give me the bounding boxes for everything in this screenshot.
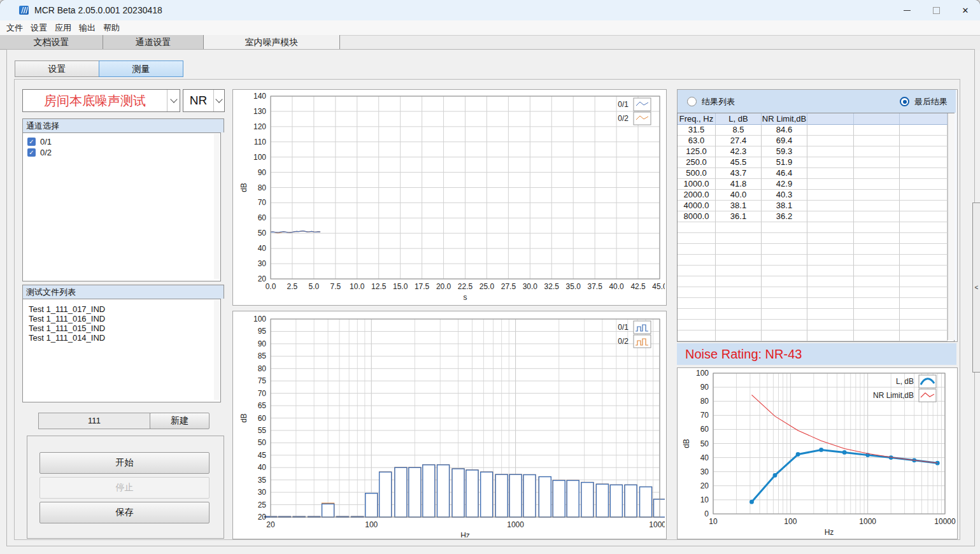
table-cell <box>854 341 900 342</box>
rating-dropdown-button[interactable] <box>213 90 224 111</box>
table-cell <box>678 222 716 233</box>
table-cell <box>716 255 762 266</box>
save-button[interactable]: 保存 <box>39 502 209 523</box>
channel-list-scrollbar[interactable] <box>214 134 220 279</box>
menu-output[interactable]: 输出 <box>78 22 97 34</box>
table-cell <box>807 157 854 168</box>
svg-text:30.0: 30.0 <box>523 282 538 291</box>
table-header-row: Freq., HzL, dBNR Limit,dB <box>678 113 954 125</box>
table-row[interactable]: 63.027.469.4 <box>678 136 954 146</box>
table-cell <box>762 233 807 244</box>
table-cell <box>678 330 716 341</box>
radio-result-list[interactable] <box>687 97 697 106</box>
svg-text:10000: 10000 <box>934 517 956 526</box>
table-cell: 38.1 <box>716 201 762 211</box>
table-cell: 38.1 <box>762 201 807 211</box>
third-octave-spectrum-chart: 2010010001000020253035404550556065707580… <box>233 311 665 537</box>
title-bar: MCR Beta 2.05.0.001 20230418 ✕ <box>0 0 980 20</box>
channel-listbox[interactable]: ✓ 0/1 ✓ 0/2 <box>22 132 221 281</box>
subtab-measure[interactable]: 测量 <box>99 60 183 77</box>
menu-settings[interactable]: 设置 <box>29 22 48 34</box>
table-row[interactable]: 125.042.359.3 <box>678 146 954 157</box>
table-cell <box>854 266 900 276</box>
channel-item[interactable]: ✓ 0/1 <box>27 137 52 146</box>
table-cell <box>854 190 900 201</box>
table-cell <box>762 320 807 330</box>
rating-combobox[interactable]: NR <box>183 89 225 112</box>
menu-help[interactable]: 帮助 <box>102 22 121 34</box>
table-cell <box>762 341 807 342</box>
file-list-item[interactable]: Test 1_111_016_IND <box>29 314 105 323</box>
table-row[interactable]: 31.58.584.6 <box>678 125 954 136</box>
table-cell <box>807 341 854 342</box>
start-button[interactable]: 开始 <box>39 452 209 474</box>
table-cell <box>900 320 948 330</box>
table-cell: 1000.0 <box>678 179 716 190</box>
maximize-button[interactable] <box>921 0 951 20</box>
test-file-listbox[interactable]: Test 1_111_017_IND Test 1_111_016_IND Te… <box>22 299 221 402</box>
table-cell <box>900 125 948 136</box>
svg-text:35: 35 <box>258 476 267 485</box>
checkbox-checked-icon[interactable]: ✓ <box>27 138 36 146</box>
table-cell <box>900 211 948 222</box>
radio-last-result[interactable] <box>900 97 909 106</box>
table-cell <box>900 341 948 342</box>
table-row[interactable]: 1000.041.842.9 <box>678 179 954 190</box>
tab-document-settings[interactable]: 文档设置 <box>0 35 103 50</box>
tab-channel-settings[interactable]: 通道设置 <box>103 35 204 50</box>
stop-button[interactable]: 停止 <box>39 477 209 499</box>
menu-bar <box>0 20 980 35</box>
table-cell <box>807 222 854 233</box>
close-icon: ✕ <box>962 6 969 15</box>
table-cell <box>762 255 807 266</box>
file-list-scrollbar[interactable] <box>214 300 220 400</box>
svg-text:L, dB: L, dB <box>896 377 914 386</box>
table-cell: 4000.0 <box>678 201 716 211</box>
test-type-dropdown-button[interactable] <box>167 90 180 111</box>
channel-item[interactable]: ✓ 0/2 <box>27 148 52 157</box>
svg-text:70: 70 <box>700 411 709 420</box>
table-cell <box>807 179 854 190</box>
svg-text:90: 90 <box>258 168 267 177</box>
file-name-input[interactable]: 111 <box>38 413 150 429</box>
table-row <box>678 233 954 244</box>
table-row <box>678 287 954 298</box>
table-cell <box>678 287 716 298</box>
close-button[interactable]: ✕ <box>951 0 980 20</box>
minimize-button[interactable] <box>892 0 921 20</box>
table-row[interactable]: 4000.038.138.1 <box>678 201 954 211</box>
results-table-scrollbar[interactable] <box>948 113 955 340</box>
menu-apply[interactable]: 应用 <box>53 22 73 34</box>
menu-file[interactable]: 文件 <box>5 22 24 34</box>
table-cell <box>854 287 900 298</box>
tab-indoor-noise-module[interactable]: 室内噪声模块 <box>204 35 340 50</box>
radio-result-list-label[interactable]: 结果列表 <box>702 96 735 108</box>
file-list-item[interactable]: Test 1_111_014_IND <box>29 333 105 343</box>
table-cell: 43.7 <box>716 168 762 179</box>
file-list-item[interactable]: Test 1_111_015_IND <box>29 323 105 333</box>
svg-text:90: 90 <box>258 339 267 348</box>
test-type-combobox[interactable]: 房间本底噪声测试 <box>22 89 180 112</box>
svg-text:20: 20 <box>266 520 275 529</box>
svg-text:25.0: 25.0 <box>479 282 495 291</box>
collapse-left-icon: < <box>975 284 979 291</box>
table-cell: 69.4 <box>762 136 807 146</box>
table-row[interactable]: 2000.040.040.3 <box>678 190 954 201</box>
noise-rating-chart: 101001000100000102030405060708090100HzdB… <box>678 368 956 537</box>
table-row <box>678 222 954 233</box>
nr-chart-panel: 101001000100000102030405060708090100HzdB… <box>677 367 958 539</box>
file-list-item[interactable]: Test 1_111_017_IND <box>29 304 105 314</box>
table-cell: 40.0 <box>716 190 762 201</box>
svg-text:2.5: 2.5 <box>287 282 298 291</box>
table-cell <box>716 298 762 309</box>
new-file-button[interactable]: 新建 <box>150 413 209 429</box>
table-row[interactable]: 8000.036.136.2 <box>678 211 954 222</box>
panel-collapse-handle[interactable]: < <box>972 202 980 373</box>
svg-text:20.0: 20.0 <box>436 282 451 291</box>
table-row[interactable]: 250.045.551.9 <box>678 157 954 168</box>
radio-last-result-label[interactable]: 最后结果 <box>914 96 948 108</box>
svg-text:60: 60 <box>258 213 267 222</box>
subtab-settings[interactable]: 设置 <box>15 60 99 77</box>
table-row[interactable]: 500.043.746.4 <box>678 168 954 179</box>
checkbox-checked-icon[interactable]: ✓ <box>27 148 36 157</box>
